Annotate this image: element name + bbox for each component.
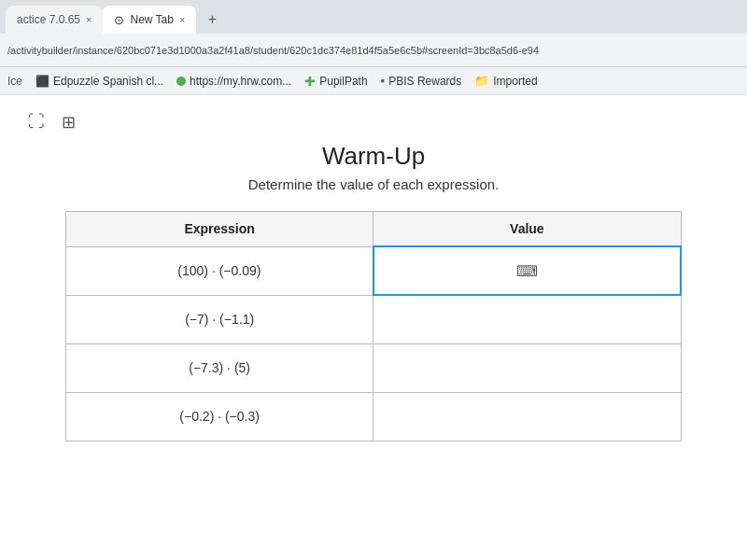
bookmark-pupilpath[interactable]: ✚ PupilPath xyxy=(304,74,367,89)
edpuzzle-label: Edpuzzle Spanish cl... xyxy=(53,75,163,88)
pbis-icon: ▪ xyxy=(381,74,386,88)
page-title: Warm-Up xyxy=(322,142,425,171)
browser-chrome: actice 7.0.65 × ⊙ New Tab × + /activityb… xyxy=(0,0,747,95)
url-text: /activitybuilder/instance/620bc071e3d100… xyxy=(7,45,740,56)
bookmark-pbis[interactable]: ▪ PBIS Rewards xyxy=(381,74,462,88)
value-cell-3[interactable] xyxy=(374,343,681,392)
table-row: (−7) · (−1.1) xyxy=(66,295,682,343)
table-row: (−7.3) · (5) xyxy=(66,343,682,392)
bookmarks-bar: Ice ⬛ Edpuzzle Spanish cl... https://my.… xyxy=(0,67,747,95)
edpuzzle-icon: ⬛ xyxy=(35,75,49,88)
expand-icon[interactable]: ⛶ xyxy=(28,112,45,133)
expression-cell-4: (−0.2) · (−0.3) xyxy=(66,392,374,441)
pbis-label: PBIS Rewards xyxy=(388,75,461,88)
tab-active[interactable]: ⊙ New Tab × xyxy=(103,6,196,34)
imported-folder-icon: 📁 xyxy=(474,74,489,88)
hrw-dot-icon xyxy=(176,77,186,86)
bookmark-edpuzzle[interactable]: ⬛ Edpuzzle Spanish cl... xyxy=(35,75,163,88)
expression-cell-1: (100) · (−0.09) xyxy=(66,246,374,295)
value-cell-4[interactable] xyxy=(374,392,681,441)
ice-text: Ice xyxy=(7,75,22,88)
pupilpath-icon: ✚ xyxy=(304,74,316,89)
expression-cell-2: (−7) · (−1.1) xyxy=(66,295,374,343)
col-expression-header: Expression xyxy=(66,212,374,247)
favicon-icon: ⊙ xyxy=(114,13,124,27)
tab-label: actice 7.0.65 xyxy=(17,13,80,26)
tab-inactive[interactable]: actice 7.0.65 × xyxy=(6,6,103,34)
page-subtitle: Determine the value of each expression. xyxy=(248,176,499,192)
tab-close-active-icon[interactable]: × xyxy=(179,14,185,25)
new-tab-button[interactable]: + xyxy=(200,7,224,32)
tab-bar: actice 7.0.65 × ⊙ New Tab × + xyxy=(0,0,747,34)
col-value-header: Value xyxy=(374,212,681,247)
value-cell-1[interactable]: ⌨ xyxy=(374,246,681,295)
tab-active-label: New Tab xyxy=(130,13,173,26)
table-row: (100) · (−0.09) ⌨ xyxy=(66,246,682,295)
hrw-label: https://my.hrw.com... xyxy=(190,75,291,88)
pupilpath-label: PupilPath xyxy=(319,75,367,88)
expression-table: Expression Value (100) · (−0.09) ⌨ (−7) … xyxy=(65,211,682,441)
grid-icon[interactable]: ⊞ xyxy=(62,112,76,133)
imported-label: Imported xyxy=(493,75,537,88)
bookmark-hrw[interactable]: https://my.hrw.com... xyxy=(176,75,291,88)
expression-cell-3: (−7.3) · (5) xyxy=(66,343,374,392)
value-cell-2[interactable] xyxy=(374,295,681,343)
keyboard-icon: ⌨ xyxy=(516,263,538,279)
table-row: (−0.2) · (−0.3) xyxy=(66,392,682,441)
bookmark-imported[interactable]: 📁 Imported xyxy=(474,74,537,88)
url-bar: /activitybuilder/instance/620bc071e3d100… xyxy=(0,34,747,67)
tab-close-icon[interactable]: × xyxy=(86,14,92,25)
main-content: ⛶ ⊞ Warm-Up Determine the value of each … xyxy=(0,95,747,560)
